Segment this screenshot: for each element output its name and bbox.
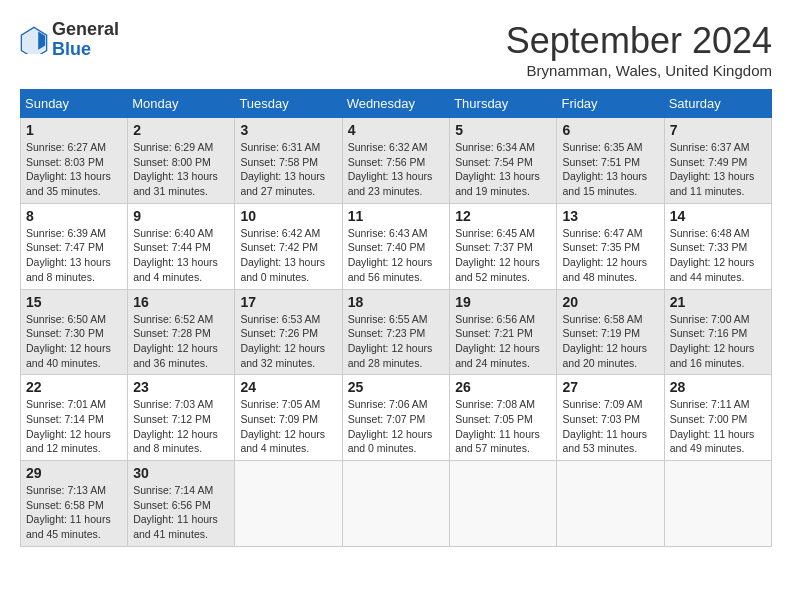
day-info: Sunrise: 7:13 AMSunset: 6:58 PMDaylight:… [26,483,122,542]
day-info: Sunrise: 6:55 AMSunset: 7:23 PMDaylight:… [348,312,445,371]
calendar-cell: 27 Sunrise: 7:09 AMSunset: 7:03 PMDaylig… [557,375,664,461]
calendar-cell: 5 Sunrise: 6:34 AMSunset: 7:54 PMDayligh… [450,118,557,204]
day-info: Sunrise: 6:47 AMSunset: 7:35 PMDaylight:… [562,226,658,285]
calendar-cell [450,461,557,547]
day-info: Sunrise: 6:48 AMSunset: 7:33 PMDaylight:… [670,226,766,285]
day-number: 14 [670,208,766,224]
day-number: 19 [455,294,551,310]
month-title: September 2024 [506,20,772,62]
day-info: Sunrise: 7:01 AMSunset: 7:14 PMDaylight:… [26,397,122,456]
calendar-header-monday: Monday [128,90,235,118]
day-info: Sunrise: 6:45 AMSunset: 7:37 PMDaylight:… [455,226,551,285]
day-info: Sunrise: 6:39 AMSunset: 7:47 PMDaylight:… [26,226,122,285]
day-info: Sunrise: 6:32 AMSunset: 7:56 PMDaylight:… [348,140,445,199]
day-info: Sunrise: 6:53 AMSunset: 7:26 PMDaylight:… [240,312,336,371]
calendar: SundayMondayTuesdayWednesdayThursdayFrid… [20,89,772,547]
calendar-cell: 3 Sunrise: 6:31 AMSunset: 7:58 PMDayligh… [235,118,342,204]
calendar-cell: 11 Sunrise: 6:43 AMSunset: 7:40 PMDaylig… [342,203,450,289]
calendar-cell: 20 Sunrise: 6:58 AMSunset: 7:19 PMDaylig… [557,289,664,375]
calendar-cell: 22 Sunrise: 7:01 AMSunset: 7:14 PMDaylig… [21,375,128,461]
day-number: 30 [133,465,229,481]
calendar-cell [235,461,342,547]
day-number: 29 [26,465,122,481]
calendar-cell: 9 Sunrise: 6:40 AMSunset: 7:44 PMDayligh… [128,203,235,289]
calendar-cell: 25 Sunrise: 7:06 AMSunset: 7:07 PMDaylig… [342,375,450,461]
calendar-cell: 6 Sunrise: 6:35 AMSunset: 7:51 PMDayligh… [557,118,664,204]
calendar-cell: 19 Sunrise: 6:56 AMSunset: 7:21 PMDaylig… [450,289,557,375]
calendar-cell: 18 Sunrise: 6:55 AMSunset: 7:23 PMDaylig… [342,289,450,375]
day-number: 25 [348,379,445,395]
calendar-cell: 28 Sunrise: 7:11 AMSunset: 7:00 PMDaylig… [664,375,771,461]
calendar-week-row: 15 Sunrise: 6:50 AMSunset: 7:30 PMDaylig… [21,289,772,375]
day-number: 20 [562,294,658,310]
day-info: Sunrise: 6:29 AMSunset: 8:00 PMDaylight:… [133,140,229,199]
location: Brynamman, Wales, United Kingdom [506,62,772,79]
day-number: 16 [133,294,229,310]
day-info: Sunrise: 6:42 AMSunset: 7:42 PMDaylight:… [240,226,336,285]
day-info: Sunrise: 6:34 AMSunset: 7:54 PMDaylight:… [455,140,551,199]
calendar-cell: 30 Sunrise: 7:14 AMSunset: 6:56 PMDaylig… [128,461,235,547]
logo-general: General [52,19,119,39]
logo-blue: Blue [52,39,91,59]
day-info: Sunrise: 6:52 AMSunset: 7:28 PMDaylight:… [133,312,229,371]
day-info: Sunrise: 7:11 AMSunset: 7:00 PMDaylight:… [670,397,766,456]
calendar-cell: 21 Sunrise: 7:00 AMSunset: 7:16 PMDaylig… [664,289,771,375]
day-number: 28 [670,379,766,395]
day-number: 21 [670,294,766,310]
day-number: 23 [133,379,229,395]
calendar-header-sunday: Sunday [21,90,128,118]
calendar-header-row: SundayMondayTuesdayWednesdayThursdayFrid… [21,90,772,118]
day-info: Sunrise: 7:08 AMSunset: 7:05 PMDaylight:… [455,397,551,456]
day-info: Sunrise: 6:40 AMSunset: 7:44 PMDaylight:… [133,226,229,285]
calendar-cell: 4 Sunrise: 6:32 AMSunset: 7:56 PMDayligh… [342,118,450,204]
calendar-cell: 29 Sunrise: 7:13 AMSunset: 6:58 PMDaylig… [21,461,128,547]
calendar-cell: 1 Sunrise: 6:27 AMSunset: 8:03 PMDayligh… [21,118,128,204]
day-number: 27 [562,379,658,395]
calendar-cell: 2 Sunrise: 6:29 AMSunset: 8:00 PMDayligh… [128,118,235,204]
day-number: 18 [348,294,445,310]
day-number: 2 [133,122,229,138]
day-number: 10 [240,208,336,224]
calendar-cell [342,461,450,547]
calendar-cell: 16 Sunrise: 6:52 AMSunset: 7:28 PMDaylig… [128,289,235,375]
logo: General Blue [20,20,119,60]
calendar-header-friday: Friday [557,90,664,118]
day-info: Sunrise: 6:50 AMSunset: 7:30 PMDaylight:… [26,312,122,371]
calendar-week-row: 29 Sunrise: 7:13 AMSunset: 6:58 PMDaylig… [21,461,772,547]
day-info: Sunrise: 7:06 AMSunset: 7:07 PMDaylight:… [348,397,445,456]
calendar-week-row: 1 Sunrise: 6:27 AMSunset: 8:03 PMDayligh… [21,118,772,204]
day-number: 3 [240,122,336,138]
calendar-cell: 13 Sunrise: 6:47 AMSunset: 7:35 PMDaylig… [557,203,664,289]
day-number: 12 [455,208,551,224]
calendar-cell [664,461,771,547]
calendar-cell: 23 Sunrise: 7:03 AMSunset: 7:12 PMDaylig… [128,375,235,461]
day-number: 15 [26,294,122,310]
day-info: Sunrise: 7:03 AMSunset: 7:12 PMDaylight:… [133,397,229,456]
logo-icon [20,26,48,54]
calendar-cell: 8 Sunrise: 6:39 AMSunset: 7:47 PMDayligh… [21,203,128,289]
day-number: 24 [240,379,336,395]
day-number: 17 [240,294,336,310]
calendar-week-row: 22 Sunrise: 7:01 AMSunset: 7:14 PMDaylig… [21,375,772,461]
day-number: 13 [562,208,658,224]
day-info: Sunrise: 6:37 AMSunset: 7:49 PMDaylight:… [670,140,766,199]
day-number: 9 [133,208,229,224]
calendar-week-row: 8 Sunrise: 6:39 AMSunset: 7:47 PMDayligh… [21,203,772,289]
calendar-header-thursday: Thursday [450,90,557,118]
day-info: Sunrise: 6:31 AMSunset: 7:58 PMDaylight:… [240,140,336,199]
day-number: 8 [26,208,122,224]
day-number: 7 [670,122,766,138]
day-info: Sunrise: 7:09 AMSunset: 7:03 PMDaylight:… [562,397,658,456]
day-info: Sunrise: 7:05 AMSunset: 7:09 PMDaylight:… [240,397,336,456]
day-number: 5 [455,122,551,138]
day-info: Sunrise: 6:56 AMSunset: 7:21 PMDaylight:… [455,312,551,371]
day-number: 22 [26,379,122,395]
calendar-cell: 7 Sunrise: 6:37 AMSunset: 7:49 PMDayligh… [664,118,771,204]
day-number: 1 [26,122,122,138]
calendar-cell: 10 Sunrise: 6:42 AMSunset: 7:42 PMDaylig… [235,203,342,289]
calendar-cell: 12 Sunrise: 6:45 AMSunset: 7:37 PMDaylig… [450,203,557,289]
calendar-cell [557,461,664,547]
calendar-header-tuesday: Tuesday [235,90,342,118]
calendar-cell: 15 Sunrise: 6:50 AMSunset: 7:30 PMDaylig… [21,289,128,375]
day-info: Sunrise: 7:14 AMSunset: 6:56 PMDaylight:… [133,483,229,542]
